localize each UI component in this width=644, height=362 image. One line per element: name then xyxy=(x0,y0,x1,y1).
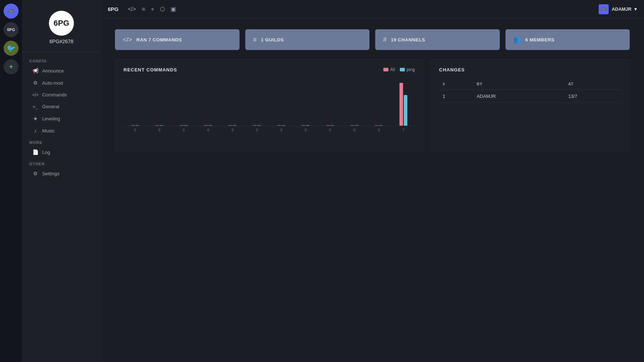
legend-ping-dot xyxy=(400,68,405,71)
bar-all xyxy=(375,125,378,126)
stat-card-channels: # 19 CHANNELS xyxy=(375,29,500,50)
bar-group-4 xyxy=(221,79,244,126)
music-icon: ♪ xyxy=(32,128,39,134)
changes-title: CHANGES xyxy=(439,67,621,72)
channels-stat-icon: # xyxy=(383,36,387,44)
bar-all xyxy=(326,125,330,126)
chart-label-4: 0 xyxy=(221,128,244,132)
sidebar-item-log[interactable]: 📄 Log xyxy=(25,146,98,158)
chart-label-6: 0 xyxy=(270,128,293,132)
bar-ping xyxy=(208,125,212,126)
bar-group-7 xyxy=(294,79,317,126)
bar-ping xyxy=(135,125,139,126)
bar-ping xyxy=(184,125,188,126)
sidebar-item-automod[interactable]: ⚙ Auto-mod xyxy=(25,77,98,89)
legend-ping-label: ping xyxy=(407,67,415,72)
commands-stat-label: RAN 7 COMMANDS xyxy=(136,37,182,42)
config-section-label: CONFIG xyxy=(22,55,101,65)
chart-label-9: 0 xyxy=(343,128,366,132)
automod-label: Auto-mod xyxy=(42,80,63,86)
changes-panel: CHANGES # BY AT 1ADAMJR13/7 xyxy=(431,59,630,152)
members-stat-icon: 👥 xyxy=(513,36,521,44)
music-label: Music xyxy=(42,128,55,134)
chart-label-8: 0 xyxy=(319,128,342,132)
topbar-grid-icon[interactable]: ▣ xyxy=(171,6,176,12)
discord-icon[interactable]: 🎮 xyxy=(4,4,19,19)
bar-all xyxy=(277,125,281,126)
bar-ping xyxy=(355,125,358,126)
general-label: General xyxy=(42,104,59,109)
chart-label-7: 0 xyxy=(294,128,317,132)
channels-stat-label: 19 CHANNELS xyxy=(391,37,425,42)
sidebar-item-leveling[interactable]: ★ Leveling xyxy=(25,113,98,124)
sidebar: 6PG 6PG#2678 CONFIG 📢 Announce ⚙ Auto-mo… xyxy=(22,0,101,362)
sidebar-item-music[interactable]: ♪ Music xyxy=(25,125,98,136)
chart-label-11: 7 xyxy=(392,128,415,132)
chart-label-3: 0 xyxy=(197,128,220,132)
user-avatar-icon[interactable]: 🐦 xyxy=(4,41,19,56)
commands-stat-icon: </> xyxy=(123,36,132,44)
col-num: # xyxy=(439,80,473,90)
commands-icon: </> xyxy=(32,92,39,97)
bar-all xyxy=(155,125,159,126)
bar-ping xyxy=(306,125,310,126)
other-section-label: OTHER xyxy=(22,158,101,167)
bar-group-1 xyxy=(148,79,171,126)
sidebar-bot-header: 6PG 6PG#2678 xyxy=(22,7,101,52)
guilds-stat-icon: ≡ xyxy=(253,36,257,44)
add-server-icon[interactable]: + xyxy=(4,59,19,74)
topbar-dropdown-icon: ▾ xyxy=(634,6,637,12)
bar-ping xyxy=(233,125,236,126)
members-stat-label: 6 MEMBERS xyxy=(525,37,555,42)
topbar-title: 6PG xyxy=(108,6,119,12)
recent-commands-title: RECENT COMMANDS xyxy=(124,67,177,72)
chart-label-1: 0 xyxy=(148,128,171,132)
bar-group-3 xyxy=(197,79,220,126)
legend-ping: ping xyxy=(400,67,415,72)
bar-all xyxy=(228,125,232,126)
chart-label-0: 0 xyxy=(124,128,146,132)
bar-all xyxy=(351,125,354,126)
automod-icon: ⚙ xyxy=(32,80,39,86)
chart-labels: 000000000007 xyxy=(124,128,415,132)
topbar-list-icon[interactable]: ≡ xyxy=(142,6,145,12)
topbar-code-icon[interactable]: </> xyxy=(128,6,136,12)
announce-label: Announce xyxy=(42,68,64,74)
topbar-github-icon[interactable]: ⬡ xyxy=(160,6,165,12)
changes-cell-by: ADAMJR xyxy=(473,90,565,103)
settings-label: Settings xyxy=(42,171,60,176)
bar-all xyxy=(131,125,135,126)
bar-all xyxy=(253,125,257,126)
bar-ping xyxy=(379,125,383,126)
log-icon: 📄 xyxy=(32,149,39,155)
bar-all xyxy=(399,83,403,126)
sidebar-item-commands[interactable]: </> Commands xyxy=(25,89,98,100)
topbar-add-icon[interactable]: + xyxy=(151,6,154,12)
chart-container: 000000000007 xyxy=(124,80,415,144)
bar-ping xyxy=(257,125,261,126)
leveling-icon: ★ xyxy=(32,116,39,121)
icon-rail: 🎮 6PG 🐦 + xyxy=(0,0,22,362)
log-label: Log xyxy=(42,150,50,155)
legend-all-dot xyxy=(383,68,388,71)
bar-group-6 xyxy=(270,79,293,126)
content-area: </> RAN 7 COMMANDS ≡ 1 GUILDS # 19 CHANN… xyxy=(101,19,644,362)
sidebar-item-announce[interactable]: 📢 Announce xyxy=(25,65,98,76)
chart-label-10: 0 xyxy=(367,128,390,132)
bar-all xyxy=(204,125,208,126)
leveling-label: Leveling xyxy=(42,116,60,121)
topbar-user[interactable]: 🎮 ADAMJR ▾ xyxy=(599,4,637,14)
sidebar-item-settings[interactable]: ⚙ Settings xyxy=(25,168,98,179)
topbar-user-icon: 🎮 xyxy=(599,4,609,14)
chart-bars xyxy=(124,80,415,126)
sidebar-item-general[interactable]: >_ General xyxy=(25,101,98,112)
changes-table: # BY AT 1ADAMJR13/7 xyxy=(439,80,621,103)
bot-tag: 6PG#2678 xyxy=(50,39,74,44)
guilds-stat-label: 1 GUILDS xyxy=(261,37,284,42)
col-at: AT xyxy=(565,80,621,90)
bot-icon[interactable]: 6PG xyxy=(4,22,19,37)
bar-ping xyxy=(331,125,334,126)
bar-group-11 xyxy=(392,79,415,126)
settings-icon: ⚙ xyxy=(32,171,39,176)
more-section-label: MORE xyxy=(22,137,101,146)
